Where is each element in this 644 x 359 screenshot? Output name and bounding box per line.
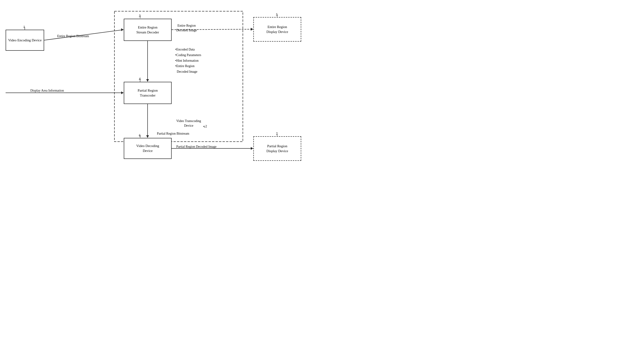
entire-region-display-label: Entire RegionDisplay Device [266, 25, 288, 34]
ref-2: ~2 [204, 125, 207, 128]
coding-parameters-label: •Coding Parameters [175, 53, 201, 57]
partial-region-decoded-image-label: Partial Region Decoded Image [176, 144, 216, 149]
partial-region-bitstream-label: Partial Region Bitstream [157, 131, 189, 136]
svg-marker-2 [121, 28, 124, 31]
entire-region-decoded-image-mid-label: •Entire Region Decoded Image [175, 64, 197, 73]
video-encoding-box: Video Encoding Device [6, 30, 44, 51]
entire-region-decoded-image-label: Entire RegionDecoded Image [176, 23, 197, 33]
partial-region-transcoder-box: Partial RegionTranscoder [124, 82, 172, 104]
entire-region-display-box: Entire RegionDisplay Device [253, 17, 301, 42]
svg-marker-4 [251, 28, 253, 31]
partial-region-display-box: Partial RegionDisplay Device [253, 136, 301, 161]
encoded-data-label: •Encoded Data [175, 48, 195, 51]
video-transcoding-device-label: Video TranscodingDevice [176, 119, 201, 128]
display-area-information-label: Display Area Information [30, 88, 64, 93]
entire-region-stream-decoder-label: Entire RegionStream Decoder [136, 25, 159, 35]
video-decoding-label: Video DecodingDevice [136, 144, 159, 153]
entire-region-stream-decoder-box: Entire RegionStream Decoder [124, 19, 172, 41]
video-encoding-label: Video Encoding Device [8, 38, 42, 43]
partial-region-display-label: Partial RegionDisplay Device [266, 144, 288, 154]
svg-marker-6 [146, 79, 149, 82]
svg-marker-12 [251, 147, 253, 150]
svg-marker-10 [146, 135, 149, 138]
video-decoding-box: Video DecodingDevice [124, 138, 172, 159]
svg-marker-8 [121, 91, 124, 94]
entire-region-bitstream-label: Entire Region Bitstream [57, 34, 89, 39]
diagram: Video Encoding Device 1 ⌒ Entire RegionS… [0, 0, 322, 180]
internal-data-list: •Encoded Data •Coding Parameters •Hint I… [175, 47, 201, 75]
hint-information-label: •Hint Information [175, 59, 198, 62]
partial-region-transcoder-label: Partial RegionTranscoder [138, 88, 158, 98]
